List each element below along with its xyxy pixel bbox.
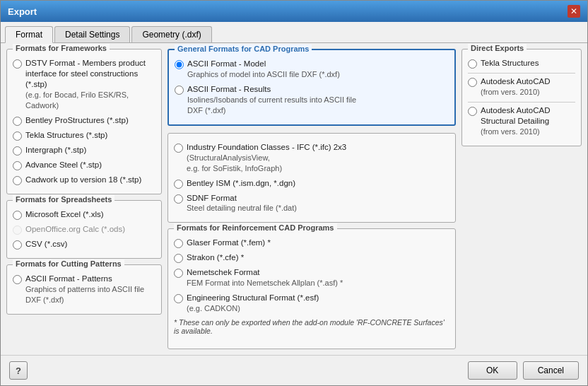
bentley-ism-radio[interactable]: [174, 180, 183, 189]
glaser-radio[interactable]: [174, 239, 183, 248]
list-item[interactable]: Advance Steel (*.stp): [13, 160, 155, 170]
cad-group-title: General Formats for CAD Programs: [175, 45, 312, 53]
engineering-structural-radio[interactable]: [174, 294, 183, 303]
list-item[interactable]: Microsoft Excel (*.xls): [13, 209, 155, 220]
list-item[interactable]: Industry Foundation Classes - IFC (*.ifc…: [174, 142, 449, 174]
autocad-structural-radio[interactable]: [468, 107, 477, 116]
frameworks-group: Formats for Frameworks DSTV Format - Mem…: [6, 49, 162, 194]
middle-column: General Formats for CAD Programs ASCII F…: [167, 49, 456, 349]
list-item[interactable]: Bentley ProStructures (*.stp): [13, 115, 155, 126]
direct-exports-content: Tekla Structures Autodesk AutoCAD(from v…: [468, 58, 575, 137]
cad-group: General Formats for CAD Programs ASCII F…: [167, 49, 456, 126]
ascii-results-radio[interactable]: [175, 86, 184, 95]
tekla-stp-radio[interactable]: [13, 131, 22, 141]
ascii-model-radio[interactable]: [175, 60, 184, 69]
separator: [468, 102, 575, 103]
intergraph-radio[interactable]: [13, 146, 22, 156]
openoffice-radio: [13, 226, 22, 235]
advance-steel-radio[interactable]: [13, 161, 22, 170]
right-column: Direct Exports Tekla Structures Autodesk…: [461, 49, 582, 349]
autocad-radio[interactable]: [468, 78, 477, 87]
list-item[interactable]: Bentley ISM (*.ism.dgn, *.dgn): [174, 178, 449, 189]
cad-group-content: ASCII Format - Model Graphics of model i…: [175, 59, 449, 116]
reinforcement-group: Formats for Reinforcement CAD Programs G…: [167, 228, 456, 349]
main-content: Formats for Frameworks DSTV Format - Mem…: [1, 43, 587, 355]
dstv-radio[interactable]: [13, 59, 22, 69]
tekla-structures-radio[interactable]: [468, 59, 477, 69]
cutting-group-content: ASCII Format - Patterns Graphics of patt…: [13, 274, 155, 305]
list-item[interactable]: ASCII Format - Results Isolines/Isobands…: [175, 84, 449, 116]
left-column: Formats for Frameworks DSTV Format - Mem…: [6, 49, 162, 349]
list-item[interactable]: Intergraph (*.stp): [13, 145, 155, 156]
excel-radio[interactable]: [13, 211, 22, 220]
list-item[interactable]: OpenOffice.org Calc (*.ods): [13, 224, 155, 235]
cancel-button[interactable]: Cancel: [523, 361, 579, 380]
cutting-group-title: Formats for Cutting Patterns: [13, 259, 124, 268]
bentley-pro-radio[interactable]: [13, 117, 22, 126]
tab-detail-settings[interactable]: Detail Settings: [54, 26, 130, 42]
tab-bar: Format Detail Settings Geometry (.dxf): [1, 22, 587, 43]
list-item[interactable]: ASCII Format - Model Graphics of model i…: [175, 59, 449, 80]
export-dialog: Export ✕ Format Detail Settings Geometry…: [0, 0, 588, 386]
spreadsheets-group: Formats for Spreadsheets Microsoft Excel…: [6, 200, 162, 259]
list-item[interactable]: CSV (*.csv): [13, 239, 155, 250]
list-item[interactable]: Autodesk AutoCAD(from vers. 2010): [468, 76, 575, 98]
reinforcement-group-title: Formats for Reinforcement CAD Programs: [174, 223, 337, 232]
list-item[interactable]: Engineering Structural Format (*.esf) (e…: [174, 293, 449, 314]
list-item[interactable]: Tekla Structures: [468, 58, 575, 69]
frameworks-group-content: DSTV Format - Members product interface …: [13, 58, 155, 185]
cadwork-radio[interactable]: [13, 176, 22, 185]
reinforcement-note: * These can only be exported when the ad…: [174, 318, 449, 335]
close-button[interactable]: ✕: [568, 5, 580, 18]
list-item[interactable]: Strakon (*.cfe) *: [174, 252, 449, 263]
list-item[interactable]: DSTV Format - Members product interface …: [13, 58, 155, 111]
direct-exports-group: Direct Exports Tekla Structures Autodesk…: [461, 49, 582, 146]
ifc-radio[interactable]: [174, 144, 183, 153]
separator: [468, 73, 575, 74]
cad-group-extra-content: Industry Foundation Classes - IFC (*.ifc…: [174, 142, 449, 214]
frameworks-group-title: Formats for Frameworks: [13, 44, 110, 52]
spreadsheets-group-content: Microsoft Excel (*.xls) OpenOffice.org C…: [13, 209, 155, 250]
list-item[interactable]: Glaser Format (*.fem) *: [174, 238, 449, 248]
dialog-footer: ? OK Cancel: [1, 355, 587, 385]
list-item[interactable]: Tekla Structures (*.stp): [13, 130, 155, 141]
tab-geometry[interactable]: Geometry (.dxf): [131, 26, 211, 42]
list-item[interactable]: ASCII Format - Patterns Graphics of patt…: [13, 274, 155, 305]
sdnf-radio[interactable]: [174, 194, 183, 204]
nemetschek-radio[interactable]: [174, 269, 183, 278]
ascii-patterns-radio[interactable]: [13, 275, 22, 284]
cad-group-extra: Industry Foundation Classes - IFC (*.ifc…: [167, 133, 456, 223]
tab-format[interactable]: Format: [5, 26, 53, 43]
list-item[interactable]: SDNF Format Steel detailing neutral file…: [174, 193, 449, 214]
footer-right: OK Cancel: [468, 361, 579, 380]
direct-exports-title: Direct Exports: [468, 44, 527, 52]
ok-button[interactable]: OK: [468, 361, 517, 380]
list-item[interactable]: Autodesk AutoCAD Structural Detailing(fr…: [468, 105, 575, 137]
dialog-title: Export: [8, 6, 37, 17]
title-bar: Export ✕: [1, 1, 587, 22]
cutting-group: Formats for Cutting Patterns ASCII Forma…: [6, 264, 162, 315]
spreadsheets-group-title: Formats for Spreadsheets: [13, 195, 114, 204]
list-item[interactable]: Nemetschek Format FEM Format into Nemets…: [174, 267, 449, 288]
strakon-radio[interactable]: [174, 254, 183, 263]
help-button[interactable]: ?: [9, 361, 28, 380]
csv-radio[interactable]: [13, 240, 22, 250]
reinforcement-group-content: Glaser Format (*.fem) * Strakon (*.cfe) …: [174, 238, 449, 335]
footer-left: ?: [9, 361, 28, 380]
list-item[interactable]: Cadwork up to version 18 (*.stp): [13, 175, 155, 185]
